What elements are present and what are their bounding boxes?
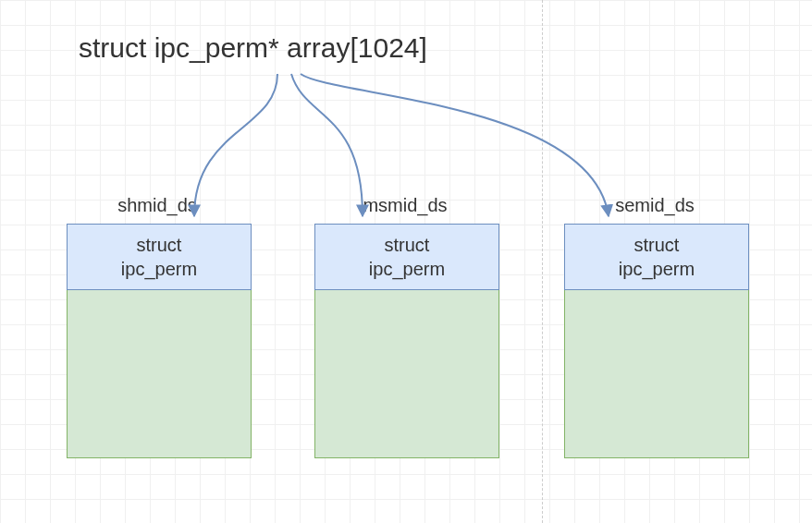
struct-header-0: structipc_perm [67,224,252,290]
struct-header-2: structipc_perm [564,224,749,290]
struct-box-1: structipc_perm [314,224,499,458]
struct-body-1 [314,290,499,458]
struct-box-2: structipc_perm [564,224,749,458]
struct-body-2 [564,290,749,458]
struct-box-0: structipc_perm [67,224,252,458]
box-label-1: msmid_ds [331,195,479,216]
box-label-0: shmid_ds [83,195,231,216]
struct-header-1: structipc_perm [314,224,499,290]
box-label-2: semid_ds [581,195,729,216]
struct-body-0 [67,290,252,458]
page-divider [542,0,543,523]
diagram-title: struct ipc_perm* array[1024] [79,32,427,64]
